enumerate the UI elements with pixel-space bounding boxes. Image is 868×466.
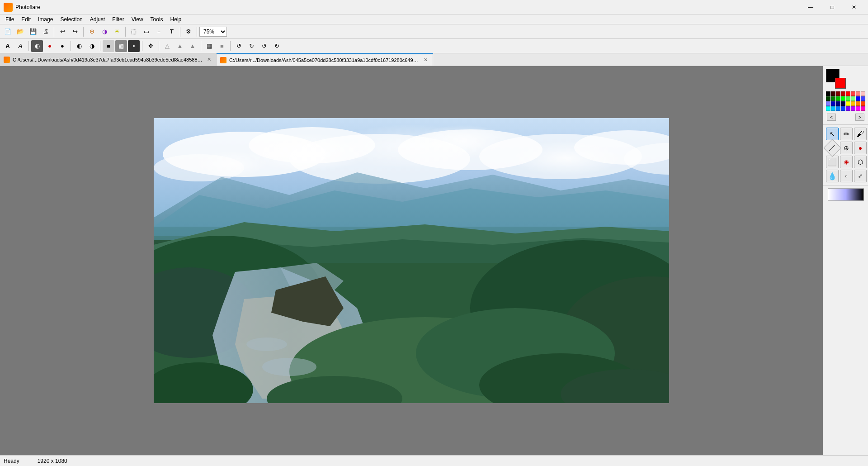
maximize-button[interactable]: □ — [822, 0, 843, 14]
swatch-7[interactable] — [861, 91, 865, 96]
clone-tool[interactable]: ◉ — [840, 156, 853, 168]
contrast1-button[interactable]: ◐ — [73, 40, 85, 52]
channel-gray-button[interactable]: ▩ — [115, 40, 127, 52]
text-a-button[interactable]: A — [2, 40, 14, 52]
menu-item-tools[interactable]: Tools — [147, 15, 167, 24]
swatch-19[interactable] — [841, 101, 845, 106]
save-button[interactable]: 💾 — [27, 26, 39, 38]
eraser-tool[interactable]: ⬜ — [826, 156, 839, 168]
channel-r-button[interactable]: ■ — [103, 40, 114, 52]
swatch-31[interactable] — [861, 106, 865, 111]
brightness-button[interactable]: ☀ — [111, 26, 123, 38]
pointer-tool[interactable]: ↖ — [826, 128, 839, 140]
swatch-15[interactable] — [861, 96, 865, 101]
menu-item-edit[interactable]: Edit — [18, 15, 34, 24]
text-tool-button[interactable]: T — [166, 26, 178, 38]
close-button[interactable]: ✕ — [844, 0, 864, 14]
magic-wand-tool[interactable]: ⬡ — [854, 156, 867, 168]
smudge-tool[interactable]: ● — [854, 142, 867, 154]
select-button[interactable]: ⬚ — [128, 26, 140, 38]
swatch-16[interactable] — [826, 101, 830, 106]
swatch-9[interactable] — [831, 96, 835, 101]
channel-dark-button[interactable]: ▪ — [128, 40, 140, 52]
swatch-29[interactable] — [851, 106, 855, 111]
dropper-tool[interactable]: 💧 — [826, 170, 839, 182]
minimize-button[interactable]: — — [800, 0, 821, 14]
swatch-14[interactable] — [856, 96, 860, 101]
swatch-20[interactable] — [846, 101, 850, 106]
swatch-13[interactable] — [851, 96, 855, 101]
threshold-button[interactable]: ◐ — [31, 40, 43, 52]
swatch-8[interactable] — [826, 96, 830, 101]
warp-tool[interactable]: ⤢ — [854, 170, 867, 182]
paint-bucket-tool[interactable]: ⊕ — [840, 142, 853, 154]
menu-item-help[interactable]: Help — [167, 15, 185, 24]
swatch-28[interactable] — [846, 106, 850, 111]
swatch-11[interactable] — [841, 96, 845, 101]
swatch-5[interactable] — [851, 91, 855, 96]
swatch-2[interactable] — [836, 91, 840, 96]
open-button[interactable]: 📂 — [14, 26, 26, 38]
rotate-right-button[interactable]: ↻ — [245, 40, 257, 52]
swatch-26[interactable] — [836, 106, 840, 111]
text-a2-button[interactable]: A — [14, 40, 26, 52]
swatch-24[interactable] — [826, 106, 830, 111]
menu-item-view[interactable]: View — [128, 15, 147, 24]
select-free-button[interactable]: ⌐ — [153, 26, 165, 38]
new-button[interactable]: 📄 — [2, 26, 14, 38]
effects-button[interactable]: ⚙ — [183, 26, 194, 38]
line-tool[interactable]: │ — [823, 139, 841, 157]
rotate-ccw-button[interactable]: △ — [161, 40, 173, 52]
menu-item-selection[interactable]: Selection — [57, 15, 86, 24]
tab-close-tab1[interactable]: ✕ — [205, 56, 212, 63]
gradient-button[interactable]: ▦ — [203, 40, 215, 52]
swatch-25[interactable] — [831, 106, 835, 111]
undo-button[interactable]: ↩ — [57, 26, 68, 38]
swatch-1[interactable] — [831, 91, 835, 96]
burn-button[interactable]: ● — [57, 40, 68, 52]
tab-tab2[interactable]: C:/Users/r.../Downloads/Ash/045a5ce070dd… — [217, 53, 433, 66]
rotate-180-button[interactable]: ↺ — [258, 40, 270, 52]
swatch-18[interactable] — [836, 101, 840, 106]
swatch-4[interactable] — [846, 91, 850, 96]
swatch-22[interactable] — [856, 101, 860, 106]
swatch-27[interactable] — [841, 106, 845, 111]
swatch-0[interactable] — [826, 91, 830, 96]
tab-tab1[interactable]: C:/Users/...Downloads/Ash/0d419a3e37da7f… — [0, 53, 217, 66]
menu-item-adjust[interactable]: Adjust — [86, 15, 108, 24]
redo-button[interactable]: ↪ — [69, 26, 81, 38]
pencil-tool[interactable]: ✏ — [840, 128, 853, 140]
menu-item-file[interactable]: File — [2, 15, 18, 24]
swatch-21[interactable] — [851, 101, 855, 106]
main-area: < > ↖ ✏ 🖌 │ ⊕ ● ⬜ ◉ ⬡ 💧 ▫ ⤢ — [0, 66, 868, 455]
rotate-left-button[interactable]: ↺ — [233, 40, 245, 52]
zoom-select[interactable]: 75% 25% 50% 100% 150% 200% — [199, 27, 227, 37]
swatch-3[interactable] — [841, 91, 845, 96]
dodge-button[interactable]: ● — [44, 40, 56, 52]
rotate-free-button[interactable]: ↻ — [271, 40, 283, 52]
swatch-30[interactable] — [856, 106, 860, 111]
swatch-17[interactable] — [831, 101, 835, 106]
swatch-6[interactable] — [856, 91, 860, 96]
print-button[interactable]: 🖨 — [40, 26, 52, 38]
swatch-next-button[interactable]: > — [855, 114, 864, 121]
brush-tool[interactable]: 🖌 — [854, 128, 867, 140]
swatch-10[interactable] — [836, 96, 840, 101]
swatch-23[interactable] — [861, 101, 865, 106]
swatch-12[interactable] — [846, 96, 850, 101]
rotate-cw-button[interactable]: ▲ — [174, 40, 186, 52]
move-button[interactable]: ✥ — [145, 40, 156, 52]
flip-v-button[interactable]: ▲ — [187, 40, 198, 52]
contrast2-button[interactable]: ◑ — [86, 40, 98, 52]
rect-fill-button[interactable]: ■ — [216, 40, 228, 52]
swatch-prev-button[interactable]: < — [827, 114, 836, 121]
select-rect-button[interactable]: ▭ — [141, 26, 152, 38]
canvas-area[interactable] — [0, 66, 823, 455]
color-balance-button[interactable]: ⊕ — [86, 26, 98, 38]
hue-saturation-button[interactable]: ◑ — [99, 26, 110, 38]
tab-close-tab2[interactable]: ✕ — [422, 57, 429, 64]
menu-item-image[interactable]: Image — [34, 15, 57, 24]
menu-item-filter[interactable]: Filter — [108, 15, 128, 24]
eraser2-tool[interactable]: ▫ — [840, 170, 853, 182]
background-color[interactable] — [835, 78, 846, 89]
